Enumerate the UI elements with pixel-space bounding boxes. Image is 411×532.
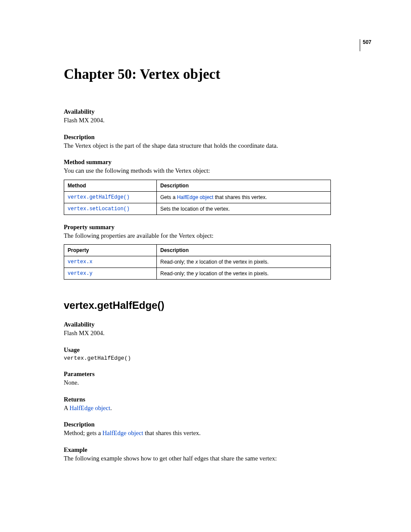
sec-parameters-label: Parameters — [64, 370, 371, 378]
sec-description-text: Method; gets a HalfEdge object that shar… — [64, 429, 371, 438]
description-text: The Vertex object is the part of the sha… — [64, 142, 371, 150]
page-number: 507 — [360, 39, 371, 51]
property-summary-label: Property summary — [64, 224, 371, 231]
halfedge-link[interactable]: HalfEdge object — [177, 194, 214, 200]
table-header-description: Description — [157, 245, 331, 256]
sec-returns-text: A HalfEdge object. — [64, 404, 371, 413]
method-summary-label: Method summary — [64, 159, 371, 166]
sec-usage-code: vertex.getHalfEdge() — [64, 355, 371, 362]
method-link[interactable]: vertex.setLocation() — [64, 203, 157, 215]
table-header-method: Method — [64, 180, 157, 191]
method-summary-table: Method Description vertex.getHalfEdge() … — [64, 180, 331, 215]
sec-usage-label: Usage — [64, 346, 371, 354]
property-summary-table: Property Description vertex.x Read-only;… — [64, 244, 331, 280]
table-row: vertex.y Read-only; the y location of th… — [64, 268, 331, 280]
chapter-title: Chapter 50: Vertex object — [64, 66, 371, 82]
halfedge-object-link[interactable]: HalfEdge object — [103, 429, 143, 436]
sec-parameters-text: None. — [64, 379, 371, 387]
method-summary-text: You can use the following methods with t… — [64, 167, 371, 175]
property-link[interactable]: vertex.y — [64, 268, 157, 280]
table-header-row: Method Description — [64, 180, 331, 191]
sec-description-label: Description — [64, 421, 371, 428]
table-row: vertex.x Read-only; the x location of th… — [64, 256, 331, 268]
availability-label: Availability — [64, 108, 371, 115]
table-row: vertex.getHalfEdge() Gets a HalfEdge obj… — [64, 191, 331, 203]
property-description: Read-only; the y location of the vertex … — [157, 268, 331, 280]
property-link[interactable]: vertex.x — [64, 256, 157, 268]
property-description: Read-only; the x location of the vertex … — [157, 256, 331, 268]
table-header-row: Property Description — [64, 245, 331, 256]
halfedge-object-link[interactable]: HalfEdge object — [69, 404, 110, 411]
table-header-property: Property — [64, 245, 157, 256]
table-header-description: Description — [157, 180, 331, 191]
section-title: vertex.getHalfEdge() — [64, 299, 371, 311]
page-content: Chapter 50: Vertex object Availability F… — [0, 0, 411, 493]
sec-returns-label: Returns — [64, 396, 371, 403]
availability-text: Flash MX 2004. — [64, 116, 371, 125]
sec-availability-label: Availability — [64, 321, 371, 328]
property-summary-text: The following properties are available f… — [64, 232, 371, 240]
description-label: Description — [64, 134, 371, 141]
method-description: Sets the location of the vertex. — [157, 203, 331, 215]
sec-example-label: Example — [64, 446, 371, 454]
sec-availability-text: Flash MX 2004. — [64, 329, 371, 338]
table-row: vertex.setLocation() Sets the location o… — [64, 203, 331, 215]
page-number-block: 507 — [360, 38, 371, 51]
method-description: Gets a HalfEdge object that shares this … — [157, 191, 331, 203]
method-link[interactable]: vertex.getHalfEdge() — [64, 191, 157, 203]
sec-example-text: The following example shows how to get o… — [64, 454, 371, 463]
